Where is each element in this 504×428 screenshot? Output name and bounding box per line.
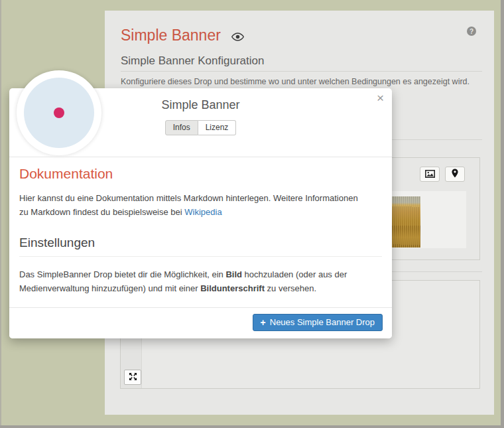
window-edge-left: [0, 0, 1, 428]
media-location-button[interactable]: [445, 167, 465, 182]
window-edge-bottom: [0, 425, 504, 428]
media-browser-button[interactable]: [420, 167, 440, 182]
wikipedia-link[interactable]: Wikipedia: [184, 207, 221, 217]
editor-expand-button[interactable]: [124, 370, 141, 385]
close-icon[interactable]: ×: [377, 90, 384, 107]
text-run: zu versehen.: [265, 283, 316, 293]
text-run-bold: Bildunterschrift: [200, 283, 265, 293]
documentation-text: Hier kannst du eine Dokumentation mittel…: [19, 191, 359, 219]
page-subtitle: Simple Banner Konfiguration: [121, 54, 264, 68]
map-pin-icon: [452, 169, 458, 180]
image-icon: [425, 169, 435, 180]
modal-header: × Simple Banner Infos Lizenz: [9, 88, 392, 157]
modal-title: Simple Banner: [9, 88, 392, 112]
divider: [121, 71, 482, 72]
page-title: Simple Banner: [121, 27, 221, 44]
page-description: Konfiguriere dieses Drop und bestimme wo…: [121, 77, 470, 86]
text-run: Das SimpleBanner Drop bietet dir die Mög…: [19, 269, 225, 279]
tab-infos[interactable]: Infos: [165, 120, 198, 135]
window-edge-right: [501, 0, 504, 428]
tab-lizenz[interactable]: Lizenz: [198, 120, 237, 135]
help-glyph: ?: [470, 28, 473, 35]
help-icon[interactable]: ?: [467, 27, 476, 36]
app-window: Simple Banner ? Simple Banner Konfigurat…: [0, 0, 504, 428]
modal-footer: + Neues Simple Banner Drop: [9, 307, 392, 338]
settings-heading: Einstellungen: [19, 236, 382, 257]
new-drop-button-label: Neues Simple Banner Drop: [270, 317, 375, 327]
modal-body: Dokumentation Hier kannst du eine Dokume…: [9, 157, 392, 332]
visibility-eye-icon[interactable]: [231, 33, 244, 41]
documentation-heading: Dokumentation: [19, 166, 382, 182]
text-run-bold: Bild: [225, 269, 242, 279]
plugin-info-modal: × Simple Banner Infos Lizenz Dokumentati…: [9, 88, 392, 338]
expand-arrows-icon: [129, 372, 137, 384]
settings-paragraph-1: Das SimpleBanner Drop bietet dir die Mög…: [19, 267, 359, 295]
page-header: Simple Banner: [121, 27, 244, 44]
new-drop-button[interactable]: + Neues Simple Banner Drop: [253, 314, 383, 331]
modal-tab-group: Infos Lizenz: [165, 120, 237, 135]
plus-icon: +: [261, 318, 266, 327]
